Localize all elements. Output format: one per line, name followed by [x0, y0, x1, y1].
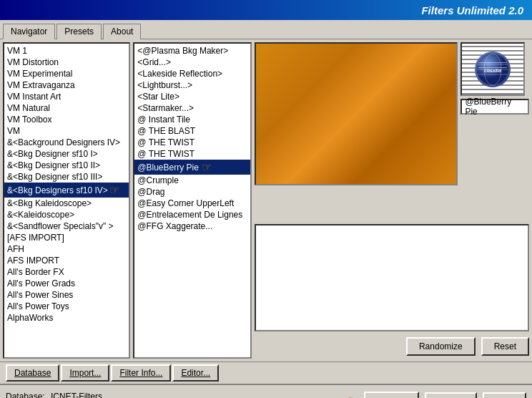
list-item[interactable]: VM Toolbox: [4, 114, 129, 125]
database-label: Database:: [6, 392, 45, 398]
list-item[interactable]: All's Border FX: [4, 266, 129, 278]
list-item[interactable]: &<Bkg Kaleidoscope>: [4, 198, 129, 209]
middle-item[interactable]: @Easy Corner UpperLeft: [134, 198, 250, 209]
database-row: Database: ICNET-Filters: [6, 392, 341, 398]
apply-button[interactable]: Apply: [364, 392, 419, 399]
editor-button[interactable]: Editor...: [172, 364, 219, 382]
reset-button[interactable]: Reset: [481, 337, 529, 356]
bottom-bar: Database: ICNET-Filters Filters: 4103 ☞ …: [0, 384, 532, 398]
middle-item[interactable]: @ Instant Tile: [134, 114, 250, 125]
list-item-selected[interactable]: &<Bkg Designers sf10 IV> ☞: [4, 183, 129, 198]
tab-navigator[interactable]: Navigator: [3, 24, 55, 39]
preview-thumbnail: claudia: [460, 42, 525, 96]
category-list[interactable]: VM 1 VM Distortion VM Experimental VM Ex…: [4, 44, 129, 357]
thumb-globe: claudia: [475, 52, 511, 87]
filter-name-text: @BlueBerry Pie: [465, 97, 525, 117]
list-item[interactable]: All's Power Toys: [4, 301, 129, 312]
list-item[interactable]: &<Sandflower Specials"v" >: [4, 220, 129, 232]
cancel-button[interactable]: Cancel: [425, 392, 477, 398]
right-controls: Randomize Reset: [255, 334, 529, 359]
middle-item[interactable]: @ THE TWIST: [134, 148, 250, 160]
list-item[interactable]: VM Instant Art: [4, 91, 129, 102]
filter-name-display: @BlueBerry Pie: [460, 99, 529, 115]
middle-item[interactable]: @FFG Xaggerate...: [134, 220, 250, 232]
list-item[interactable]: &<Background Designers IV>: [4, 137, 129, 148]
list-item[interactable]: VM Distortion: [4, 57, 129, 68]
middle-item[interactable]: @ THE TWIST: [134, 137, 250, 148]
middle-item[interactable]: @Entrelacement De Lignes: [134, 209, 250, 220]
action-row-left: Database Import... Filter Info... Editor…: [6, 364, 219, 382]
apply-area: ☞ Apply: [347, 392, 419, 399]
right-bottom-area: [255, 224, 529, 331]
preview-area: claudia @BlueBerry Pie: [255, 42, 529, 221]
globe-svg: claudia: [475, 52, 511, 87]
list-item[interactable]: AFH: [4, 243, 129, 255]
left-panel: VM 1 VM Distortion VM Experimental VM Ex…: [3, 42, 130, 359]
list-item[interactable]: &<Bkg Designer sf10 I>: [4, 148, 129, 160]
action-row: Database Import... Filter Info... Editor…: [0, 361, 532, 384]
main-content: VM 1 VM Distortion VM Experimental VM Ex…: [0, 39, 532, 361]
list-item[interactable]: VM Natural: [4, 102, 129, 114]
right-panel: claudia @BlueBerry Pie Randomize Reset: [255, 42, 529, 359]
middle-item[interactable]: @Crumple: [134, 175, 250, 186]
middle-item[interactable]: <Lightburst...>: [134, 79, 250, 91]
middle-item[interactable]: <@Plasma Bkg Maker>: [134, 45, 250, 57]
database-value: ICNET-Filters: [51, 392, 102, 398]
list-item[interactable]: &<Bkg Designer sf10 III>: [4, 171, 129, 183]
list-item[interactable]: VM: [4, 125, 129, 137]
list-item[interactable]: All's Power Grads: [4, 278, 129, 289]
list-item[interactable]: &<Kaleidoscope>: [4, 209, 129, 220]
middle-item[interactable]: <Lakeside Reflection>: [134, 68, 250, 79]
svg-text:claudia: claudia: [484, 68, 501, 73]
tab-about[interactable]: About: [103, 24, 141, 39]
tab-presets[interactable]: Presets: [56, 24, 102, 39]
list-item[interactable]: VM Experimental: [4, 68, 129, 79]
list-item[interactable]: AlphaWorks: [4, 312, 129, 324]
import-button[interactable]: Import...: [61, 364, 109, 382]
middle-item[interactable]: <Starmaker...>: [134, 102, 250, 114]
filter-info-button[interactable]: Filter Info...: [111, 364, 171, 382]
list-item[interactable]: All's Power Sines: [4, 289, 129, 301]
middle-item[interactable]: <Grid...>: [134, 57, 250, 68]
tab-bar: Navigator Presets About: [0, 20, 532, 39]
list-item[interactable]: AFS IMPORT: [4, 255, 129, 266]
bottom-info: Database: ICNET-Filters Filters: 4103: [6, 392, 341, 398]
thumb-stripes: claudia: [462, 44, 523, 94]
preview-image: [256, 44, 456, 184]
middle-item[interactable]: <Star Lite>: [134, 91, 250, 102]
middle-item[interactable]: @ THE BLAST: [134, 125, 250, 137]
list-item[interactable]: [AFS IMPORT]: [4, 232, 129, 243]
title-text: Filters Unlimited 2.0: [421, 4, 523, 16]
middle-panel: <@Plasma Bkg Maker> <Grid...> <Lakeside …: [133, 42, 252, 359]
list-item[interactable]: VM Extravaganza: [4, 79, 129, 91]
apply-hand-icon: ☞: [347, 392, 361, 398]
arrow-indicator-middle: ☞: [202, 160, 212, 174]
middle-item-selected[interactable]: @BlueBerry Pie ☞: [134, 160, 250, 175]
preview-main: [255, 42, 458, 185]
randomize-button[interactable]: Randomize: [406, 337, 476, 356]
preview-thumb-area: claudia @BlueBerry Pie: [460, 42, 529, 221]
title-bar: Filters Unlimited 2.0: [0, 0, 532, 20]
help-button[interactable]: Help: [483, 392, 526, 398]
middle-item[interactable]: @Drag: [134, 186, 250, 198]
arrow-indicator: ☞: [109, 183, 119, 197]
list-item[interactable]: &<Bkg Designer sf10 II>: [4, 160, 129, 171]
database-button[interactable]: Database: [6, 364, 59, 382]
list-item[interactable]: VM 1: [4, 45, 129, 57]
filter-list[interactable]: <@Plasma Bkg Maker> <Grid...> <Lakeside …: [134, 44, 250, 357]
